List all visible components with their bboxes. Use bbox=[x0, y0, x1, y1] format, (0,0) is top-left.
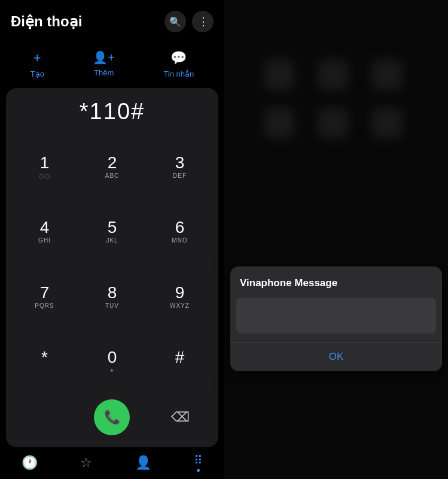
key-digit: 1 bbox=[40, 154, 50, 172]
more-icon: ⋮ bbox=[198, 15, 208, 28]
key-6[interactable]: 6MNO bbox=[147, 200, 212, 262]
key-digit: 4 bbox=[40, 219, 50, 237]
nav-recent[interactable]: 🕐 bbox=[22, 455, 38, 471]
nav-keypad[interactable]: ⠿ bbox=[194, 453, 203, 472]
message-icon: 💬 bbox=[170, 50, 187, 66]
nav-contacts[interactable]: 👤 bbox=[135, 455, 151, 471]
dialer: *110# 1◌◌2ABC3DEF4GHI5JKL6MNO7PQRS8TUV9W… bbox=[6, 88, 218, 447]
dialog-title: Vinaphone Message bbox=[230, 266, 442, 293]
key-0[interactable]: 0+ bbox=[80, 330, 145, 392]
blurred-background bbox=[224, 0, 448, 479]
message-label: Tin nhắn bbox=[163, 69, 194, 78]
key-digit: 3 bbox=[175, 154, 185, 172]
nav-favorites[interactable]: ☆ bbox=[80, 455, 92, 471]
them-button[interactable]: 👤+ Thêm bbox=[93, 50, 115, 78]
plus-icon: + bbox=[33, 50, 41, 66]
dialog-content bbox=[236, 298, 436, 334]
key-letters: + bbox=[110, 367, 114, 375]
key-letters: GHI bbox=[38, 237, 51, 245]
header: Điện thoại 🔍 ⋮ bbox=[0, 0, 224, 38]
key-letters: ◌◌ bbox=[39, 172, 51, 180]
key-1[interactable]: 1◌◌ bbox=[12, 135, 77, 198]
create-label: Tạo bbox=[31, 69, 44, 78]
left-panel: Điện thoại 🔍 ⋮ + Tạo 👤+ Thêm 💬 Tin nhắn … bbox=[0, 0, 224, 479]
key-digit: 2 bbox=[108, 154, 117, 172]
key-9[interactable]: 9WXYZ bbox=[147, 265, 212, 328]
key-digit: 8 bbox=[108, 284, 117, 302]
key-letters: ABC bbox=[105, 172, 120, 180]
dialog-ok-button[interactable]: OK bbox=[230, 342, 442, 371]
key-letters: PQRS bbox=[35, 302, 54, 310]
star-icon: ☆ bbox=[80, 455, 92, 471]
clock-icon: 🕐 bbox=[22, 455, 38, 471]
key-letters: MNO bbox=[172, 237, 187, 245]
key-digit: 7 bbox=[40, 284, 50, 302]
search-button[interactable]: 🔍 bbox=[164, 11, 186, 32]
dialer-display: *110# bbox=[12, 99, 212, 125]
message-button[interactable]: 💬 Tin nhắn bbox=[163, 50, 194, 78]
key-digit: 9 bbox=[175, 284, 185, 302]
key-3[interactable]: 3DEF bbox=[147, 135, 212, 198]
key-*[interactable]: * bbox=[12, 330, 77, 392]
key-5[interactable]: 5JKL bbox=[80, 200, 145, 262]
active-dot bbox=[197, 469, 200, 472]
bottom-nav: 🕐 ☆ 👤 ⠿ bbox=[0, 447, 224, 479]
key-#[interactable]: # bbox=[147, 330, 212, 392]
page-title: Điện thoại bbox=[11, 13, 82, 30]
create-button[interactable]: + Tạo bbox=[31, 50, 44, 78]
key-letters: WXYZ bbox=[170, 302, 190, 310]
phone-icon: 📞 bbox=[104, 410, 120, 425]
keypad: 1◌◌2ABC3DEF4GHI5JKL6MNO7PQRS8TUV9WXYZ*0+… bbox=[12, 135, 212, 392]
key-7[interactable]: 7PQRS bbox=[12, 265, 77, 328]
search-icon: 🔍 bbox=[169, 16, 181, 28]
key-letters: JKL bbox=[106, 237, 118, 245]
more-button[interactable]: ⋮ bbox=[192, 11, 214, 32]
key-digit: 5 bbox=[108, 219, 117, 237]
key-4[interactable]: 4GHI bbox=[12, 200, 77, 262]
key-letters: DEF bbox=[173, 172, 187, 180]
key-2[interactable]: 2ABC bbox=[80, 135, 145, 198]
key-8[interactable]: 8TUV bbox=[80, 265, 145, 328]
header-icons: 🔍 ⋮ bbox=[164, 11, 214, 32]
key-digit: 6 bbox=[175, 219, 185, 237]
vinaphone-dialog: Vinaphone Message OK bbox=[230, 266, 442, 371]
person-icon: 👤 bbox=[135, 455, 151, 471]
backspace-icon: ⌫ bbox=[171, 410, 190, 425]
dialer-bottom-row: 📞 ⌫ bbox=[12, 397, 212, 438]
key-digit: # bbox=[175, 348, 185, 367]
them-label: Thêm bbox=[94, 68, 114, 77]
key-digit: 0 bbox=[108, 348, 117, 367]
right-panel: Vinaphone Message OK bbox=[224, 0, 448, 479]
key-letters: TUV bbox=[105, 302, 119, 310]
action-row: + Tạo 👤+ Thêm 💬 Tin nhắn bbox=[0, 38, 224, 88]
blur-dots bbox=[264, 60, 408, 138]
call-button[interactable]: 📞 bbox=[94, 399, 130, 435]
key-digit: * bbox=[41, 348, 48, 367]
delete-button[interactable]: ⌫ bbox=[167, 404, 194, 431]
add-contact-icon: 👤+ bbox=[93, 50, 115, 65]
keypad-icon: ⠿ bbox=[194, 453, 203, 468]
